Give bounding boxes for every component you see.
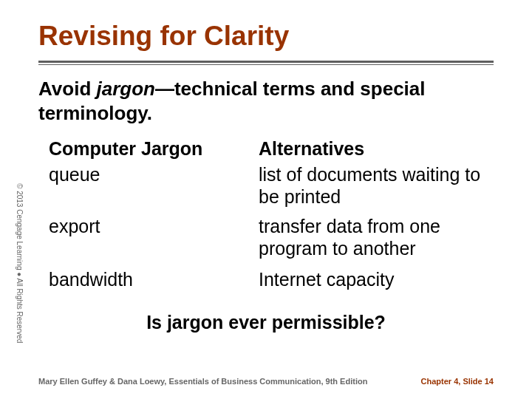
alternatives-column-header: Alternatives: [259, 138, 494, 160]
subtitle-part1: Avoid: [38, 78, 96, 100]
footer-attribution: Mary Ellen Guffey & Dana Loewy, Essentia…: [38, 377, 367, 386]
alternatives-column: Alternatives list of documents waiting t…: [259, 138, 494, 299]
alternative-text: list of documents waiting to be printed: [259, 164, 494, 216]
footer-slide-number: Chapter 4, Slide 14: [421, 377, 494, 386]
jargon-column: Computer Jargon queue export bandwidth: [49, 138, 245, 299]
jargon-term: export: [49, 216, 245, 269]
jargon-column-header: Computer Jargon: [49, 138, 245, 160]
slide-footer: Mary Ellen Guffey & Dana Loewy, Essentia…: [38, 377, 494, 386]
slide-title: Revising for Clarity: [38, 21, 494, 52]
jargon-table: Computer Jargon queue export bandwidth A…: [38, 138, 494, 299]
slide-subtitle: Avoid jargon—technical terms and special…: [38, 77, 494, 125]
slide: Revising for Clarity Avoid jargon—techni…: [0, 0, 532, 399]
title-rule: [38, 61, 494, 66]
discussion-question: Is jargon ever permissible?: [38, 312, 494, 333]
alternative-text: Internet capacity: [259, 269, 494, 299]
copyright-vertical: © 2013 Cengage Learning ● All Rights Res…: [16, 183, 24, 368]
jargon-term: bandwidth: [49, 269, 245, 299]
alternative-text: transfer data from one program to anothe…: [259, 216, 494, 269]
subtitle-emphasis: jargon: [96, 78, 154, 100]
jargon-term: queue: [49, 164, 245, 216]
